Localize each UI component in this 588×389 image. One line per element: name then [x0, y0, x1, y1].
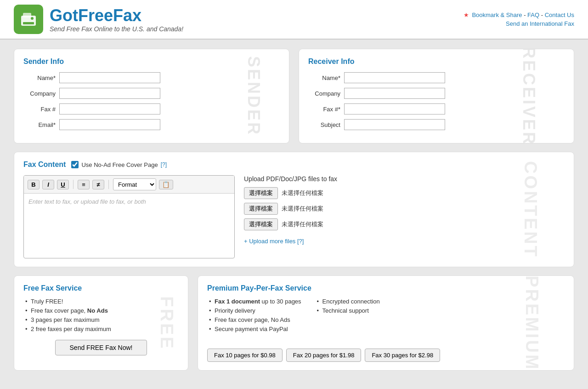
contact-link[interactable]: Contact Us: [545, 11, 574, 18]
free-features-list: Truly FREE! Free fax cover page, No Ads …: [23, 298, 179, 332]
cover-page-label: Use No-Ad Free Cover Page: [81, 161, 158, 168]
send-free-fax-button[interactable]: Send FREE Fax Now!: [55, 340, 147, 355]
sender-company-label: Company: [23, 90, 56, 97]
file-label-2: 未選擇任何檔案: [282, 205, 323, 213]
fax-content-body: B I U ≡ ≠ Format Heading 1 Heading 2 Nor…: [23, 175, 565, 258]
unordered-list-button[interactable]: ≠: [92, 180, 104, 189]
premium-feature-1: Fax 1 document up to 30 pages: [207, 298, 301, 305]
logo-section: GotFreeFax Send Free Fax Online to the U…: [14, 5, 183, 34]
svg-rect-2: [23, 22, 34, 24]
pay-10-pages-button[interactable]: Fax 10 pages for $0.98: [207, 349, 283, 362]
free-service-card: FREE Free Fax Service Truly FREE! Free f…: [14, 275, 188, 371]
sender-email-input[interactable]: [59, 119, 160, 130]
ordered-list-button[interactable]: ≡: [78, 180, 90, 189]
content-watermark: CONTENT: [521, 161, 541, 258]
sender-fax-row: Fax #: [23, 103, 280, 114]
upload-more-link[interactable]: + Upload more files [?]: [244, 238, 304, 245]
logo-title: GotFreeFax: [50, 6, 183, 25]
premium-service-card: PREMIUM Premium Pay-Per-Fax Service Fax …: [198, 275, 574, 371]
faq-link[interactable]: FAQ: [527, 11, 539, 18]
cover-page-help[interactable]: [?]: [161, 161, 167, 168]
free-feature-1: Truly FREE!: [23, 298, 179, 305]
fax-content-title: Fax Content: [23, 160, 66, 169]
receiver-name-label: Name*: [308, 74, 340, 81]
sender-card: Sender Info SENDER Name* Company Fax # E…: [14, 49, 289, 143]
premium-features-col2: Encrypted connection Technical support: [315, 298, 380, 335]
file-label-3: 未選擇任何檔案: [282, 220, 323, 229]
logo-icon: [14, 5, 43, 34]
international-fax-link-row: Send an International Fax: [464, 20, 574, 27]
free-service-title: Free Fax Service: [23, 284, 179, 292]
bold-button[interactable]: B: [28, 180, 40, 189]
sender-company-input[interactable]: [59, 88, 160, 99]
file-choose-button-3[interactable]: 選擇檔案: [244, 218, 278, 230]
free-feature-3: 3 pages per fax maximum: [23, 316, 179, 323]
sender-fax-label: Fax #: [23, 106, 56, 113]
receiver-subject-input[interactable]: [344, 119, 445, 130]
svg-point-3: [31, 17, 34, 20]
bookmark-icon: ★: [464, 11, 469, 18]
receiver-company-label: Company: [308, 90, 340, 97]
header-links-row: ★ Bookmark & Share - FAQ - Contact Us: [464, 11, 574, 18]
main-content: Sender Info SENDER Name* Company Fax # E…: [0, 40, 588, 380]
editor-toolbar: B I U ≡ ≠ Format Heading 1 Heading 2 Nor…: [24, 176, 234, 194]
underline-button[interactable]: U: [57, 180, 69, 189]
sender-name-row: Name*: [23, 72, 280, 83]
bottom-row: FREE Free Fax Service Truly FREE! Free f…: [14, 275, 574, 371]
premium-features-col1: Fax 1 document up to 30 pages Priority d…: [207, 298, 301, 335]
header: GotFreeFax Send Free Fax Online to the U…: [0, 0, 588, 40]
toolbar-separator-2: [108, 180, 109, 189]
bookmark-link[interactable]: Bookmark & Share: [472, 11, 522, 18]
receiver-company-input[interactable]: [344, 88, 445, 99]
info-cards-row: Sender Info SENDER Name* Company Fax # E…: [14, 49, 574, 143]
format-select[interactable]: Format Heading 1 Heading 2 Normal: [113, 178, 156, 190]
free-feature-4: 2 free faxes per day maximum: [23, 326, 179, 332]
receiver-fax-label: Fax #*: [308, 106, 340, 113]
premium-feature-3: Free fax cover page, No Ads: [207, 316, 301, 323]
sender-fax-input[interactable]: [59, 103, 160, 114]
upload-more-help: [?]: [297, 238, 304, 245]
receiver-subject-label: Subject: [308, 121, 340, 128]
premium-feature-2: Priority delivery: [207, 307, 301, 314]
file-row-3: 選擇檔案 未選擇任何檔案: [244, 218, 565, 230]
fax-machine-icon: [18, 9, 39, 29]
sender-name-label: Name*: [23, 74, 56, 81]
premium-service-title: Premium Pay-Per-Fax Service: [207, 284, 565, 292]
editor-area[interactable]: Enter text to fax, or upload file to fax…: [24, 194, 234, 258]
cover-page-checkbox[interactable]: [71, 161, 79, 168]
premium-features: Fax 1 document up to 30 pages Priority d…: [207, 298, 565, 342]
premium-feature-4: Secure payment via PayPal: [207, 326, 301, 332]
sep1: -: [524, 11, 527, 18]
fax-content-card: CONTENT Fax Content Use No-Ad Free Cover…: [14, 152, 574, 267]
no-ads-bold: No Ads: [87, 307, 108, 314]
receiver-name-input[interactable]: [344, 72, 445, 83]
upload-more-text: + Upload more files: [244, 238, 295, 245]
pay-20-pages-button[interactable]: Fax 20 pages for $1.98: [286, 349, 362, 362]
premium-feature-5: Encrypted connection: [315, 298, 380, 305]
italic-button[interactable]: I: [42, 180, 54, 189]
file-label-1: 未選擇任何檔案: [282, 189, 323, 197]
upload-more-row: + Upload more files [?]: [244, 234, 565, 245]
sender-email-label: Email*: [23, 121, 56, 128]
receiver-fax-input[interactable]: [344, 103, 445, 114]
sender-name-input[interactable]: [59, 72, 160, 83]
pay-30-pages-button[interactable]: Fax 30 pages for $2.98: [365, 349, 440, 362]
logo-text: GotFreeFax Send Free Fax Online to the U…: [50, 6, 183, 33]
sender-email-row: Email*: [23, 119, 280, 130]
international-fax-link[interactable]: Send an International Fax: [506, 20, 574, 27]
cover-page-check: Use No-Ad Free Cover Page [?]: [71, 161, 167, 168]
clipboard-button[interactable]: 📋: [159, 180, 173, 189]
upload-title: Upload PDF/Doc/JPG files to fax: [244, 175, 565, 183]
fax-content-header: Fax Content Use No-Ad Free Cover Page [?…: [23, 160, 565, 169]
premium-feature-6: Technical support: [315, 307, 380, 314]
sender-watermark: SENDER: [244, 56, 263, 136]
receiver-card: Receiver Info RECEIVER Name* Company Fax…: [299, 49, 574, 143]
upload-section: Upload PDF/Doc/JPG files to fax 選擇檔案 未選擇…: [244, 175, 565, 258]
svg-rect-1: [23, 13, 31, 17]
file-choose-button-2[interactable]: 選擇檔案: [244, 203, 278, 215]
header-nav: ★ Bookmark & Share - FAQ - Contact Us Se…: [464, 11, 574, 27]
sender-title: Sender Info: [23, 57, 280, 66]
toolbar-separator: [73, 180, 74, 189]
file-choose-button-1[interactable]: 選擇檔案: [244, 187, 278, 199]
file-row-2: 選擇檔案 未選擇任何檔案: [244, 203, 565, 215]
